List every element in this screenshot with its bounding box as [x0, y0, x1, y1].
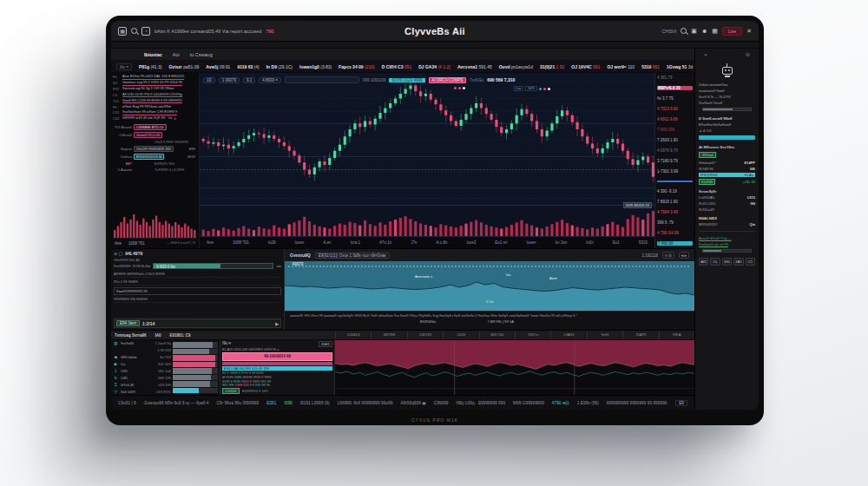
watchlist-row[interactable]: C02G99999 w19 49 am 9Q9 99 · 1a●: [113, 116, 197, 121]
ticker-item[interactable]: Fapcs 34 09 (210): [339, 64, 374, 69]
signal-icon[interactable]: ⌁: [704, 51, 707, 57]
teal-area-chart[interactable]: '49979Avesswm sIsoAwm9 1m: [285, 261, 694, 311]
tab-1[interactable]: Aui: [173, 52, 180, 57]
play-icon[interactable]: ▶: [275, 321, 279, 326]
sidebar-text-line: E9vw9wv9w9w9ww9: [699, 122, 755, 127]
table-row[interactable]: 1 99 919: [113, 348, 171, 352]
close-icon[interactable]: ✕: [746, 28, 752, 34]
column-header-1[interactable]: 69/7I99: [371, 331, 406, 339]
volume-chart[interactable]: [200, 205, 654, 236]
order-panel[interactable]: I9u ≡K0E5E1,A29 0352.049 00919891 4199 9…: [220, 340, 335, 395]
ticker-item[interactable]: 31(0)21 1 91: [540, 64, 564, 69]
watchlist-detail-row[interactable]: UvtlxxxE9919191919 M4919: [113, 154, 197, 160]
ticker-item[interactable]: Gviszr pa51.09: [168, 64, 199, 69]
toolbar-chip-0[interactable]: 1D: [203, 77, 215, 83]
sidebar-button[interactable]: CL: [710, 258, 720, 266]
order-header-right[interactable]: K0E5: [319, 341, 332, 347]
sidebar-highlight-row[interactable]: IPS@999491 A=: [699, 173, 755, 177]
watchlist-row[interactable]: C019va9ws9am 99 w9am C99 E1999 9: [113, 110, 197, 115]
table-row[interactable]: ▽9a9 1099019.9191: [113, 390, 171, 394]
legend-chip-0[interactable]: Lav: [514, 86, 524, 91]
watchlist-row[interactable]: F0Asia EUhw 99-0415 DAL 105.8 MS1415: [113, 75, 197, 80]
ticker-item[interactable]: Iowan1g0 (3.83): [299, 64, 332, 69]
column-header-8[interactable]: 91A79: [622, 331, 658, 339]
ticker-item[interactable]: OJ 19V4C 091: [571, 64, 600, 69]
grid-icon[interactable]: ▦: [712, 28, 718, 34]
toolbar-chip-2[interactable]: 9.1: [243, 77, 255, 83]
table-row[interactable]: ▤9vv9a901 2wv9 9a: [113, 341, 171, 345]
column-header-7[interactable]: 9v91: [587, 331, 622, 339]
table-row[interactable]: ↻O49,G99 199: [113, 376, 171, 380]
table-row[interactable]: ↧O99,G9v 1a9: [113, 369, 171, 373]
ticker-item[interactable]: P81g (41.3): [139, 64, 161, 69]
ticker-lead-chip[interactable]: Av =: [116, 63, 132, 70]
order-alert-block[interactable]: 49-19A9014 99: [222, 352, 332, 361]
ticker-item[interactable]: Avcsvna1 591.45: [457, 64, 492, 69]
watchlist-detail-row[interactable]: Soqxxn19v199 99499499 299E99: [113, 146, 197, 152]
symbol-search-input[interactable]: [285, 76, 359, 83]
notifications-icon[interactable]: ◔: [141, 27, 150, 36]
watchlist-row[interactable]: C0A9 U31 DL95 P1L9 14149199-C9199g: [113, 93, 197, 98]
column-header-6[interactable]: L9A19: [550, 331, 586, 339]
table-row[interactable]: ▶Ca9v9 G19: [113, 362, 171, 366]
ai-compass-button[interactable]: AI DRCA COMPS: [429, 77, 467, 83]
loop-icon[interactable]: ∞ b: [662, 252, 674, 259]
positions-table[interactable]: ▤9vv9a901 2wv9 9a1 99 919◆G99-0v0m9iv 91…: [111, 340, 220, 395]
column-header-4[interactable]: E19 700: [479, 331, 515, 339]
column-header-2[interactable]: C0L919: [407, 331, 443, 339]
column-header-0[interactable]: C0181/2: [335, 331, 371, 339]
toolbar-chip-3[interactable]: 4.8930 =: [259, 77, 281, 83]
sidebar-button[interactable]: A61: [699, 258, 708, 266]
table-row[interactable]: ◆G99-0v0m9iv 919: [113, 355, 171, 359]
user-icon[interactable]: ☻: [701, 28, 707, 34]
watchlist-detail-row[interactable]: 19v9 9 9999 9949999: [113, 140, 197, 144]
watchlist-row[interactable]: Y01Gvw9 E9 C199 99 E999 9 99,9999999: [113, 99, 197, 104]
ticker-item[interactable]: DJ GA34 (4 1.2): [418, 64, 450, 69]
sidebar-button[interactable]: 690: [722, 258, 732, 266]
watchlist-row[interactable]: F929wvsam.ag 94 3g 9 199 99 99lws: [113, 87, 197, 91]
sidebar-link[interactable]: Avwa9 49va9 Tvty —: [699, 236, 755, 240]
toolbar-chip-1[interactable]: 1 09079: [219, 77, 240, 83]
monitor-icon[interactable]: ▣: [691, 28, 697, 34]
watchlist-detail-row[interactable]: Y01 ArswmC6SMBE-BTD-Or: [113, 124, 197, 130]
ticker-item[interactable]: D C954 C3 091: [382, 64, 411, 69]
progress-bar[interactable]: 9 833 0 6a: [153, 263, 273, 269]
settings-icon[interactable]: ⊙: [746, 51, 750, 57]
watchlist-row[interactable]: F0w9am Eag 99 9914am awv99m: [113, 105, 197, 109]
column-header-5[interactable]: 7091 n: [515, 331, 550, 339]
app-icon[interactable]: ▦: [118, 27, 127, 36]
ticker-item[interactable]: 1Gvwg 51 3d: [667, 64, 693, 69]
ticker-item[interactable]: Avw1j 09.91: [206, 64, 230, 69]
search-icon[interactable]: [131, 28, 137, 34]
search-icon-right[interactable]: [681, 28, 687, 34]
watchlist-detail-row[interactable]: 0 Avwam7v99999 0 | 4 2999: [113, 167, 197, 172]
price-axis[interactable]: 4 381.79M9Pv4L9 294v 3.7 794 7013 9.904 …: [654, 73, 694, 248]
ticker-item[interactable]: Ouvd pv1avyw1d: [499, 64, 533, 69]
pager-arrows[interactable]: ◂ ▸: [679, 252, 689, 259]
order-cyan-row[interactable]: E94 L9AL90L999 019 49 199: [222, 366, 332, 371]
legend-chip-1[interactable]: 5071: [525, 86, 537, 91]
sidebar-button[interactable]: C1: [746, 258, 755, 266]
watchlist-detail-row[interactable]: E8?E2994% 905: [113, 161, 197, 166]
tab-0[interactable]: Ibiustac: [144, 52, 162, 57]
table-row[interactable]: Σ3/7v9.49019.199: [113, 383, 171, 387]
drawdown-chart[interactable]: L6:07 (2n)99A2v0:1 + H2O/8 A.9994 (1E: [335, 340, 694, 395]
candlestick-chart[interactable]: [200, 73, 654, 205]
watchlist-detail-row[interactable]: 0-Bivst2Gvow9 91,0.09: [113, 132, 197, 138]
sidebar-link[interactable]: 9va9am9 am v9 99: [699, 242, 755, 246]
watchlist-row[interactable]: I01Gawlvas nvg 99 2 9199 05 P9 4314 99: [113, 81, 197, 86]
tab-2[interactable]: tu Cswaug: [190, 52, 213, 57]
strategy-footer[interactable]: E94 Jann1:2/14▶: [114, 319, 281, 328]
order-header-left: I9u ≡: [222, 341, 231, 347]
sidebar-button[interactable]: 2A9: [733, 258, 743, 266]
performance-range-chip[interactable]: E9(91/1(1)) Ovus 1 3d9v ruur v9rrGvas: [315, 253, 390, 259]
ticker-item[interactable]: 9119 63 (4): [237, 64, 259, 69]
column-header-3[interactable]: C019: [443, 331, 478, 339]
live-button[interactable]: Live: [722, 27, 742, 36]
language-badge[interactable]: E9: [675, 400, 687, 406]
confirm-badge[interactable]: L9G19: [222, 388, 240, 394]
ticker-item[interactable]: In D9 (29.1C): [266, 64, 293, 69]
ticker-item[interactable]: OJ wvr9= 110: [607, 64, 635, 69]
column-header-9[interactable]: I99 A: [659, 331, 694, 339]
ticker-item[interactable]: 5319 991: [641, 64, 660, 69]
